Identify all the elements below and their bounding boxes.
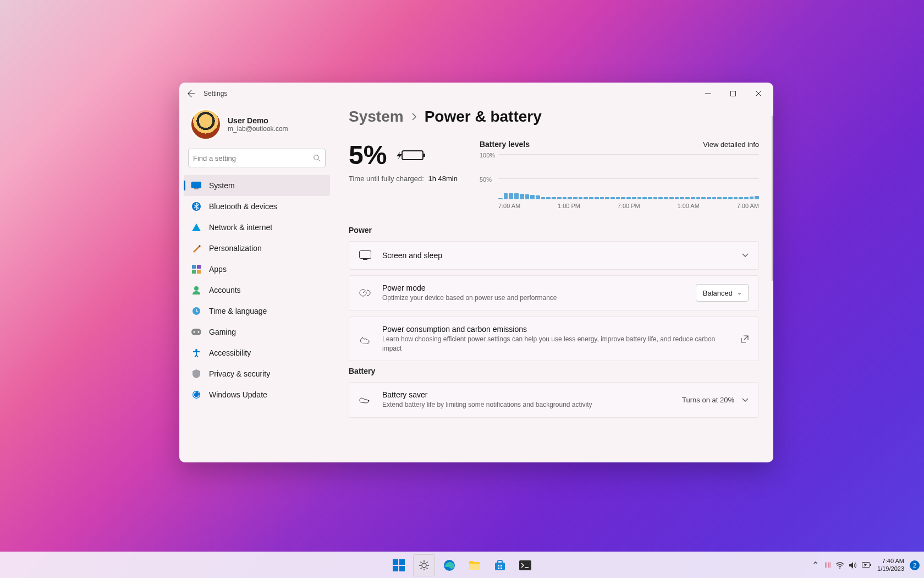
chart-bar bbox=[691, 197, 695, 199]
section-battery: Battery bbox=[349, 367, 759, 375]
chart-bar bbox=[675, 197, 679, 199]
system-tray: ⌃ ⦀⦀ 7:40 AM 1/19/2023 2 bbox=[812, 558, 920, 572]
sidebar-item-system[interactable]: System bbox=[184, 175, 330, 196]
sidebar-item-privacy[interactable]: Privacy & security bbox=[184, 363, 330, 384]
chart-bar bbox=[739, 197, 743, 199]
volume-icon[interactable] bbox=[849, 561, 857, 569]
tray-icons[interactable]: ⦀⦀ bbox=[824, 560, 872, 570]
search-input[interactable] bbox=[193, 154, 313, 162]
chart-bar bbox=[589, 197, 593, 199]
user-panel[interactable]: User Demo m_lab@outlook.com bbox=[184, 105, 330, 149]
search-icon bbox=[313, 154, 321, 162]
personalization-icon bbox=[191, 243, 201, 253]
sidebar-item-label: Windows Update bbox=[209, 390, 267, 399]
sidebar-item-label: Network & internet bbox=[209, 223, 272, 232]
back-button[interactable] bbox=[182, 84, 201, 103]
card-title: Battery saver bbox=[382, 390, 671, 399]
taskbar-settings[interactable] bbox=[413, 554, 435, 576]
charge-time-value: 1h 48min bbox=[428, 175, 457, 183]
taskbar-explorer[interactable] bbox=[464, 554, 486, 576]
sidebar-item-gaming[interactable]: Gaming bbox=[184, 321, 330, 342]
card-screen-sleep[interactable]: Screen and sleep bbox=[349, 241, 759, 270]
sidebar-item-bluetooth[interactable]: Bluetooth & devices bbox=[184, 196, 330, 217]
battery-chart: Battery levels View detailed info 100% 5… bbox=[480, 140, 759, 209]
svg-rect-0 bbox=[731, 91, 736, 96]
window-controls bbox=[695, 83, 771, 105]
chart-bar bbox=[658, 197, 663, 199]
bluetooth-icon bbox=[191, 201, 201, 211]
svg-rect-2 bbox=[192, 182, 201, 188]
chart-bar bbox=[568, 197, 572, 199]
svg-rect-17 bbox=[423, 154, 425, 157]
sidebar-item-label: Accounts bbox=[209, 286, 241, 295]
svg-rect-11 bbox=[191, 329, 201, 335]
chart-bar bbox=[595, 197, 599, 199]
svg-rect-30 bbox=[498, 565, 499, 566]
time-icon bbox=[191, 306, 201, 316]
card-battery-saver[interactable]: Battery saver Extend battery life by lim… bbox=[349, 382, 759, 418]
svg-rect-33 bbox=[501, 568, 502, 569]
sidebar-item-accessibility[interactable]: Accessibility bbox=[184, 342, 330, 363]
close-button[interactable] bbox=[746, 83, 771, 105]
main-content: System Power & battery 5% Time bbox=[334, 105, 773, 462]
chart-bar bbox=[546, 197, 551, 199]
battery-saver-icon bbox=[359, 394, 371, 406]
sidebar-item-network[interactable]: Network & internet bbox=[184, 217, 330, 238]
battery-saver-status: Turns on at 20% bbox=[682, 396, 734, 404]
sidebar-item-update[interactable]: Windows Update bbox=[184, 384, 330, 405]
folder-icon bbox=[469, 560, 481, 570]
svg-point-21 bbox=[368, 400, 370, 401]
svg-point-14 bbox=[195, 349, 197, 351]
minimize-button[interactable] bbox=[695, 83, 721, 105]
sidebar-item-apps[interactable]: Apps bbox=[184, 259, 330, 280]
sidebar-item-label: Gaming bbox=[209, 328, 236, 336]
svg-point-1 bbox=[314, 155, 319, 160]
taskbar-store[interactable] bbox=[489, 554, 511, 576]
svg-rect-23 bbox=[399, 559, 405, 565]
wifi-icon[interactable] bbox=[835, 562, 844, 569]
maximize-button[interactable] bbox=[721, 83, 746, 105]
svg-point-9 bbox=[194, 286, 199, 291]
scrollbar-thumb[interactable] bbox=[772, 116, 773, 281]
start-button[interactable] bbox=[388, 554, 410, 576]
battery-tray-icon[interactable] bbox=[862, 562, 872, 569]
notification-badge[interactable]: 2 bbox=[910, 560, 920, 570]
edge-icon bbox=[443, 559, 455, 571]
card-power-mode[interactable]: Power mode Optimize your device based on… bbox=[349, 275, 759, 311]
sidebar-item-personalization[interactable]: Personalization bbox=[184, 238, 330, 259]
tray-app-icon[interactable]: ⦀⦀ bbox=[824, 560, 831, 570]
svg-rect-7 bbox=[192, 270, 196, 274]
svg-rect-16 bbox=[402, 151, 423, 160]
chart-bar bbox=[642, 197, 647, 199]
privacy-icon bbox=[191, 369, 201, 379]
taskbar-edge[interactable] bbox=[438, 554, 460, 576]
card-carbon-emissions[interactable]: Power consumption and carbon emissions L… bbox=[349, 317, 759, 362]
store-icon bbox=[494, 559, 506, 571]
tray-time: 7:40 AM bbox=[877, 558, 904, 565]
svg-rect-34 bbox=[519, 560, 531, 570]
tray-clock[interactable]: 7:40 AM 1/19/2023 bbox=[877, 558, 904, 572]
chart-bar bbox=[680, 197, 684, 199]
breadcrumb-parent[interactable]: System bbox=[349, 108, 404, 126]
battery-percent-block: 5% Time until fully charged: 1h 48min bbox=[349, 140, 458, 209]
taskbar-terminal[interactable] bbox=[514, 554, 536, 576]
x-tick: 1:00 PM bbox=[558, 203, 580, 209]
sidebar-item-accounts[interactable]: Accounts bbox=[184, 280, 330, 301]
tray-date: 1/19/2023 bbox=[877, 565, 904, 572]
svg-rect-37 bbox=[870, 564, 871, 566]
svg-rect-8 bbox=[197, 270, 201, 274]
svg-rect-29 bbox=[495, 563, 505, 570]
settings-window: Settings User Demo m_lab@outlook.com bbox=[179, 83, 773, 462]
tray-overflow[interactable]: ⌃ bbox=[812, 560, 819, 570]
card-subtitle: Extend battery life by limiting some not… bbox=[382, 400, 671, 410]
sidebar-item-label: Personalization bbox=[209, 244, 262, 253]
system-icon bbox=[191, 181, 201, 190]
chart-detail-link[interactable]: View detailed info bbox=[703, 140, 759, 149]
svg-rect-5 bbox=[192, 265, 196, 269]
card-subtitle: Learn how choosing efficient power setti… bbox=[382, 335, 730, 353]
search-box[interactable] bbox=[188, 149, 326, 167]
card-title: Power consumption and carbon emissions bbox=[382, 325, 730, 334]
power-mode-select[interactable]: Balanced bbox=[696, 284, 749, 302]
sidebar-item-time[interactable]: Time & language bbox=[184, 301, 330, 321]
chart-bar bbox=[734, 197, 738, 199]
